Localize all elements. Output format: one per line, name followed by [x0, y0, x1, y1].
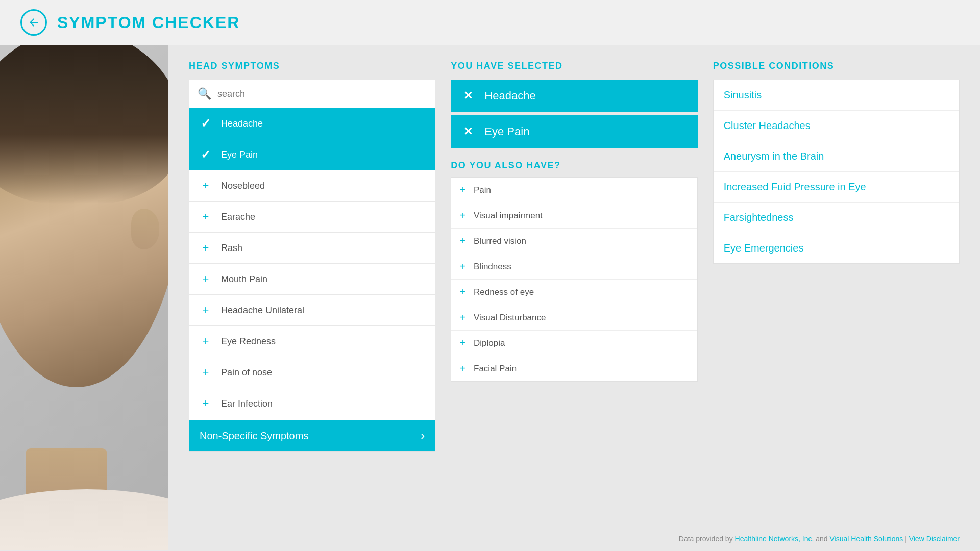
symptom-label: Ear Infection: [221, 398, 273, 409]
conditions-container: SinusitisCluster HeadachesAneurysm in th…: [714, 80, 959, 263]
symptom-item[interactable]: + Headache Unilateral: [189, 295, 435, 326]
search-row[interactable]: 🔍: [189, 80, 435, 108]
add-icon: +: [459, 312, 465, 323]
selected-container: ✕ Headache ✕ Eye Pain: [451, 80, 697, 148]
symptom-item[interactable]: + Eye Redness: [189, 326, 435, 357]
symptom-label: Headache: [221, 118, 263, 129]
symptom-check-icon: ✓: [198, 146, 214, 163]
also-have-item[interactable]: + Blurred vision: [451, 229, 697, 254]
symptom-check-icon: ✓: [198, 115, 214, 132]
selected-section: ✕ Headache ✕ Eye Pain: [451, 80, 697, 148]
avatar-figure: [0, 45, 168, 550]
selected-title: YOU HAVE SELECTED: [451, 61, 697, 71]
plus-icon: +: [203, 241, 209, 255]
symptom-check-icon: +: [198, 395, 214, 412]
symptom-label: Earache: [221, 212, 255, 222]
condition-label: Sinusitis: [724, 89, 762, 101]
selected-item[interactable]: ✕ Headache: [451, 80, 697, 112]
chevron-right-icon: ›: [421, 429, 425, 443]
plus-icon: +: [203, 335, 209, 348]
also-have-label: Blindness: [474, 262, 511, 272]
search-icon: 🔍: [198, 87, 211, 101]
plus-icon: +: [203, 210, 209, 223]
hair-shape: [0, 45, 168, 204]
head-symptoms-title: HEAD SYMPTOMS: [189, 61, 435, 71]
header: SYMPTOM CHECKER: [0, 0, 980, 45]
conditions-list: SinusitisCluster HeadachesAneurysm in th…: [713, 80, 960, 264]
also-have-item[interactable]: + Facial Pain: [451, 356, 697, 381]
footer: Data provided by Healthline Networks, In…: [679, 535, 960, 543]
condition-item[interactable]: Sinusitis: [714, 80, 959, 111]
symptom-item[interactable]: + Nosebleed: [189, 170, 435, 202]
checkmark-icon: ✓: [201, 147, 211, 162]
condition-label: Cluster Headaches: [724, 120, 811, 131]
selected-label: Headache: [484, 89, 535, 103]
plus-icon: +: [203, 397, 209, 410]
avatar-area: [0, 45, 168, 550]
symptom-item[interactable]: ✓ Eye Pain: [189, 139, 435, 170]
condition-item[interactable]: Eye Emergencies: [714, 233, 959, 263]
add-icon: +: [459, 261, 465, 272]
also-have-item[interactable]: + Pain: [451, 178, 697, 203]
shoulder-shape: [0, 489, 168, 550]
ear-shape: [131, 209, 159, 249]
footer-prefix: Data provided by: [679, 535, 733, 543]
symptom-check-icon: +: [198, 271, 214, 287]
checkmark-icon: ✓: [201, 116, 211, 131]
x-icon: ✕: [463, 125, 473, 138]
condition-item[interactable]: Increased Fuid Pressure in Eye: [714, 172, 959, 203]
add-icon: +: [459, 337, 465, 349]
symptom-check-icon: +: [198, 333, 214, 349]
also-have-list: + Pain + Visual impairment + Blurred vis…: [451, 177, 697, 382]
condition-item[interactable]: Cluster Headaches: [714, 111, 959, 141]
footer-source1[interactable]: Healthline Networks, Inc.: [735, 535, 814, 543]
symptom-item[interactable]: ✓ Headache: [189, 108, 435, 139]
plus-icon: +: [203, 272, 209, 286]
also-have-item[interactable]: + Diplopia: [451, 331, 697, 356]
symptoms-list: 🔍 ✓ Headache ✓ Eye Pain + Nosebleed + Ea…: [189, 80, 435, 452]
also-have-item[interactable]: + Visual impairment: [451, 203, 697, 229]
non-specific-symptoms-button[interactable]: Non-Specific Symptoms ›: [189, 420, 435, 451]
symptom-check-icon: +: [198, 302, 214, 318]
also-have-label: Facial Pain: [474, 364, 517, 374]
symptom-item[interactable]: + Rash: [189, 233, 435, 264]
symptom-item[interactable]: + Earache: [189, 202, 435, 233]
footer-source2[interactable]: Visual Health Solutions: [830, 535, 903, 543]
also-have-label: Visual impairment: [474, 211, 543, 221]
symptom-label: Rash: [221, 243, 242, 254]
symptom-check-icon: +: [198, 364, 214, 381]
symptom-check-icon: +: [198, 240, 214, 256]
plus-icon: +: [203, 304, 209, 317]
symptom-label: Nosebleed: [221, 181, 265, 191]
condition-label: Farsightedness: [724, 212, 794, 223]
footer-disclaimer[interactable]: View Disclaimer: [909, 535, 960, 543]
condition-label: Aneurysm in the Brain: [724, 151, 824, 162]
symptom-item[interactable]: + Mouth Pain: [189, 264, 435, 295]
also-have-item[interactable]: + Visual Disturbance: [451, 305, 697, 331]
add-icon: +: [459, 363, 465, 374]
also-have-item[interactable]: + Blindness: [451, 254, 697, 280]
plus-icon: +: [203, 366, 209, 379]
symptom-label: Pain of nose: [221, 367, 272, 378]
selected-item[interactable]: ✕ Eye Pain: [451, 115, 697, 148]
search-input[interactable]: [217, 89, 427, 99]
also-have-item[interactable]: + Redness of eye: [451, 280, 697, 305]
also-have-label: Redness of eye: [474, 287, 534, 297]
left-column: HEAD SYMPTOMS 🔍 ✓ Headache ✓ Eye Pain + …: [189, 61, 435, 535]
symptom-item[interactable]: + Ear Infection: [189, 388, 435, 419]
symptom-item[interactable]: + Pain of nose: [189, 357, 435, 388]
remove-button[interactable]: ✕: [460, 123, 476, 140]
add-icon: +: [459, 286, 465, 298]
also-have-container: + Pain + Visual impairment + Blurred vis…: [451, 178, 697, 381]
also-have-label: Visual Disturbance: [474, 313, 546, 323]
conditions-title: POSSIBLE CONDITIONS: [713, 61, 960, 71]
condition-item[interactable]: Aneurysm in the Brain: [714, 141, 959, 172]
footer-separator: |: [905, 535, 907, 543]
symptom-label: Eye Pain: [221, 149, 258, 160]
columns-area: HEAD SYMPTOMS 🔍 ✓ Headache ✓ Eye Pain + …: [168, 45, 980, 550]
add-icon: +: [459, 235, 465, 247]
condition-item[interactable]: Farsightedness: [714, 203, 959, 233]
remove-button[interactable]: ✕: [460, 88, 476, 104]
back-button[interactable]: [20, 9, 47, 36]
main-content: HEAD SYMPTOMS 🔍 ✓ Headache ✓ Eye Pain + …: [0, 45, 980, 550]
